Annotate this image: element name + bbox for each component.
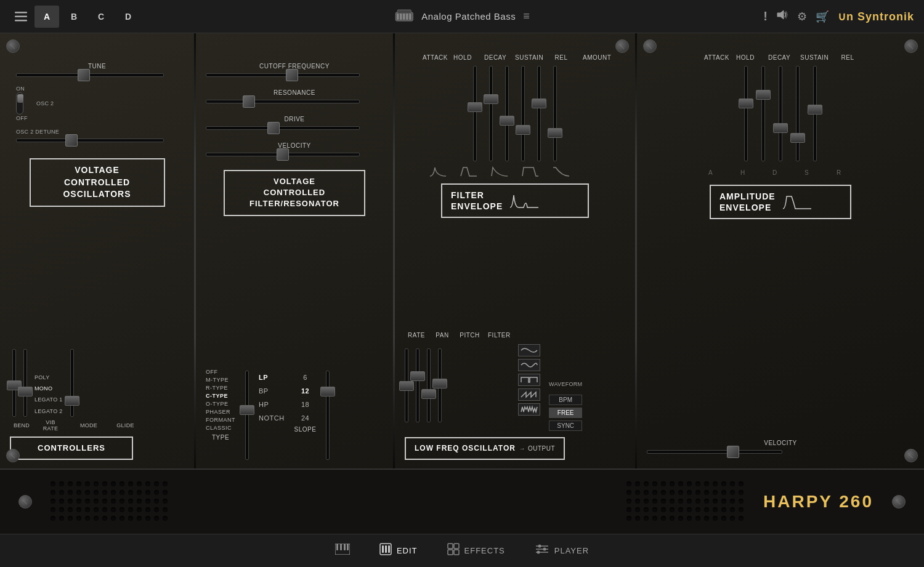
fenv-d-track	[505, 66, 509, 161]
aenv-s-thumb[interactable]	[790, 133, 805, 143]
tab-effects[interactable]: EFFECTS	[447, 543, 505, 558]
type-off[interactable]: OFF	[206, 368, 235, 376]
aenv-h-thumb[interactable]	[756, 90, 771, 100]
waveform-ramp[interactable]	[518, 388, 540, 401]
type-fader-thumb[interactable]	[240, 405, 254, 415]
type-m[interactable]: M-TYPE	[206, 376, 235, 384]
lfo-label-row: LOW FREQ OSCILLATOR → OUTPUT	[415, 443, 555, 454]
aenv-s-track	[796, 66, 800, 161]
velocity-slider[interactable]	[277, 148, 289, 161]
lfo-section: RATE PAN PITCH FILTER	[405, 326, 625, 460]
preset-icon	[394, 7, 414, 26]
waveform-noise[interactable]	[518, 403, 540, 416]
glide-thumb[interactable]	[65, 396, 79, 406]
fenv-curve-d	[490, 165, 509, 177]
amp-velocity-slider[interactable]	[727, 446, 739, 458]
alert-icon[interactable]: !	[763, 9, 768, 23]
tune-slider[interactable]	[78, 69, 90, 81]
aenv-hold-label: HOLD	[736, 54, 755, 61]
aenv-d-thumb[interactable]	[773, 123, 788, 133]
waveform-sine[interactable]	[518, 344, 540, 356]
fenv-a-thumb[interactable]	[468, 102, 482, 112]
tab-d[interactable]: D	[116, 6, 140, 28]
cutoff-slider[interactable]	[286, 69, 298, 81]
lfo-pitch-thumb[interactable]	[421, 389, 436, 399]
waveform-square[interactable]	[518, 374, 540, 386]
filter-env-box: FILTER ENVELOPE	[441, 183, 589, 218]
toggle-body[interactable]	[16, 92, 23, 115]
effects-svg	[447, 543, 460, 555]
player-label: PLAYER	[554, 546, 589, 555]
tab-edit[interactable]: EDIT	[379, 543, 418, 558]
fenv-d-thumb[interactable]	[500, 116, 514, 126]
tab-piano-roll[interactable]	[335, 544, 350, 558]
mode-notch[interactable]: NOTCH	[259, 411, 285, 425]
vcf-section: CUTOFF FREQUENCY RESONANCE DRIVE	[196, 33, 393, 468]
slope-18[interactable]: 18	[294, 398, 317, 411]
slope-12[interactable]: 12	[294, 384, 317, 398]
speaker-icon[interactable]	[776, 9, 788, 23]
type-phaser[interactable]: PHASER	[206, 408, 235, 416]
resonance-slider[interactable]	[243, 95, 255, 108]
waveform-sine2[interactable]	[518, 359, 540, 371]
controllers-title: CONTROLLERS	[20, 443, 123, 454]
type-c[interactable]: C-TYPE	[206, 392, 235, 400]
bpm-btn[interactable]: BPM	[549, 395, 582, 405]
mode-hp[interactable]: HP	[259, 398, 285, 411]
tab-player[interactable]: PLAYER	[535, 544, 589, 558]
tab-c[interactable]: C	[89, 6, 113, 28]
lfo-pitch-label: PITCH	[459, 332, 480, 339]
fenv-rel-label: REL	[552, 54, 570, 61]
aenv-a-thumb[interactable]	[739, 99, 753, 108]
player-svg	[535, 544, 549, 555]
mode-bp[interactable]: BP	[259, 384, 285, 398]
mode-lp[interactable]: LP	[259, 371, 285, 384]
sync-btn[interactable]: SYNC	[549, 420, 582, 431]
osc2-label: OSC 2	[36, 100, 54, 107]
free-btn[interactable]: FREE	[549, 408, 582, 418]
lfo-filter-thumb[interactable]	[432, 379, 447, 388]
fenv-s-thumb[interactable]	[516, 125, 530, 135]
tab-b[interactable]: B	[62, 6, 86, 28]
type-classic[interactable]: CLASSIC	[206, 424, 235, 432]
speaker-grille-right	[626, 481, 745, 522]
slope-fader-thumb[interactable]	[320, 387, 335, 396]
type-o[interactable]: O-TYPE	[206, 400, 235, 408]
on-off-toggle[interactable]: ON OFF	[16, 86, 28, 121]
osc2-detune-track	[16, 139, 164, 142]
tab-a[interactable]: A	[34, 6, 59, 28]
svg-rect-25	[448, 544, 453, 549]
cart-icon[interactable]: 🛒	[816, 10, 829, 23]
aenv-d-track	[779, 66, 782, 161]
top-bar-right: ! ⚙ 🛒 ∪n Syntronik	[763, 9, 914, 23]
preset-menu-btn[interactable]: ≡	[523, 10, 530, 23]
bottom-right: HARPY 260	[626, 481, 906, 522]
filter-type-col: OFF M-TYPE R-TYPE C-TYPE O-TYPE PHASER F…	[206, 368, 235, 443]
slope-24[interactable]: 24	[294, 411, 317, 425]
vibrate-thumb[interactable]	[18, 387, 33, 396]
slope-6[interactable]: 6	[294, 371, 317, 384]
vco-top-controls: TUNE ON OFF	[10, 42, 184, 148]
menu-icon-btn[interactable]	[10, 6, 32, 28]
type-r[interactable]: R-TYPE	[206, 384, 235, 392]
fenv-h-thumb[interactable]	[484, 94, 498, 104]
lfo-rate-thumb[interactable]	[399, 381, 414, 391]
svg-rect-24	[388, 545, 390, 553]
osc2-detune-control: OSC 2 DETUNE	[16, 129, 184, 145]
aenv-r-thumb[interactable]	[808, 105, 822, 115]
fenv-amt-thumb[interactable]	[548, 128, 562, 138]
mode-legato2[interactable]: LEGATO 2	[34, 406, 63, 417]
fenv-sustain-fader	[521, 66, 525, 161]
fenv-r-thumb[interactable]	[532, 99, 546, 108]
fenv-curve-amt-spacer	[583, 165, 601, 177]
mode-mono[interactable]: MONO	[34, 383, 63, 394]
lfo-pan-thumb[interactable]	[410, 371, 425, 381]
drive-track	[206, 126, 360, 130]
drive-slider[interactable]	[267, 122, 280, 134]
filter-env-top: ATTACK HOLD DECAY SUSTAIN REL AMOUNT	[405, 42, 625, 177]
mode-poly[interactable]: POLY	[34, 372, 63, 383]
osc2-detune-slider[interactable]	[65, 134, 78, 147]
settings-icon[interactable]: ⚙	[797, 10, 807, 23]
type-formant[interactable]: FORMANT	[206, 416, 235, 424]
mode-legato1[interactable]: LEGATO 1	[34, 394, 63, 405]
